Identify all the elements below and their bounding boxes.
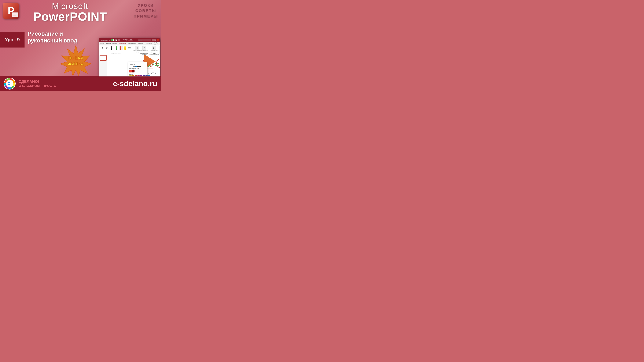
- window-controls: ─ □ ✕: [152, 39, 159, 41]
- pen-green-tool[interactable]: [114, 46, 118, 50]
- to-math-icon: ∑: [142, 46, 146, 50]
- color-pink[interactable]: [137, 75, 140, 76]
- bottom-bar: С! СДЕЛАНО! О СЛОЖНОМ - ПРОСТО! e-sdelan…: [0, 76, 161, 91]
- title-bar-icons: 💾 ↩: [115, 39, 120, 41]
- tab-drawing[interactable]: Рисование: [118, 43, 127, 45]
- cursor-tool[interactable]: [101, 46, 105, 50]
- maximize-icon[interactable]: □: [154, 39, 156, 41]
- ribbon-group-transform: ⬠ Преобразовать в фигуру ∑ Преобразовать…: [133, 46, 148, 54]
- ribbon-group-tools: Средства рисова...: [100, 46, 133, 54]
- playback-icon: ▶: [152, 46, 156, 50]
- ruler-tool[interactable]: [128, 46, 132, 50]
- ppt-icon-paper: [12, 12, 18, 17]
- tab-insert[interactable]: Вставка: [112, 43, 118, 45]
- to-math-btn[interactable]: ∑ Преобразовать в математическое выражен…: [141, 46, 148, 55]
- ribbon-content: Средства рисова... ⬠ Преобразовать в фиг…: [99, 45, 160, 55]
- tab-home[interactable]: Главная: [105, 43, 112, 45]
- medium-line[interactable]: [133, 66, 135, 66]
- color-red[interactable]: [135, 75, 137, 76]
- ppt-icon: P: [3, 3, 19, 19]
- undo-icon[interactable]: ↩: [118, 39, 120, 41]
- lesson-desc: Рисование и рукописный ввод: [28, 30, 104, 44]
- recent-colors-label: Последние цвета: [129, 68, 146, 69]
- bottom-site: e-sdelano.ru: [113, 79, 157, 88]
- tab-transitions[interactable]: Переходы: [137, 43, 145, 45]
- tab-animations[interactable]: Анимация: [145, 43, 153, 45]
- top-right-text: УРОКИ СОВЕТЫ ПРИМЕРЫ: [134, 3, 158, 19]
- svg-point-3: [106, 47, 108, 49]
- thin-line[interactable]: [129, 66, 132, 66]
- color-purple[interactable]: [140, 75, 142, 76]
- to-shape-btn[interactable]: ⬠ Преобразовать в фигуру: [134, 46, 140, 55]
- recent-colors: [129, 70, 146, 72]
- autosave-label: Автосохранение: [100, 39, 110, 41]
- color-orange[interactable]: [132, 75, 134, 76]
- thick-line[interactable]: [137, 66, 139, 67]
- plus-icon: +: [141, 65, 142, 67]
- tab-slideshow[interactable]: Слайд-шоу: [153, 42, 159, 46]
- lesson-desc-line2: рукописный ввод: [28, 37, 77, 44]
- title-area: Microsoft PowerPOINT: [22, 1, 118, 22]
- colors-label: Цвета: [129, 73, 146, 75]
- tools-group-label: Средства рисова...: [111, 52, 121, 54]
- title-powerpoint: PowerPOINT: [22, 11, 118, 22]
- ribbon-tabs: Файл Главная Вставка Рисование Конструкт…: [99, 42, 160, 45]
- svg-marker-0: [60, 45, 92, 76]
- to-shape-icon: ⬠: [135, 46, 139, 50]
- bottom-text: СДЕЛАНО! О СЛОЖНОМ - ПРОСТО!: [18, 79, 110, 88]
- lesson-desc-line1: Рисование и: [28, 30, 63, 37]
- recent-color-1[interactable]: [129, 70, 132, 72]
- lesson-number: Урок 9: [5, 37, 20, 42]
- pen-black-tool[interactable]: [110, 46, 114, 50]
- color-yellow[interactable]: [129, 75, 132, 76]
- colors-grid: [129, 75, 146, 76]
- playback-buttons: ▶ Воспроизведение рукописного ввода: [151, 46, 158, 54]
- lasso-tool[interactable]: [105, 46, 110, 50]
- lesson-desc-text: Рисование и рукописный ввод: [28, 30, 104, 44]
- bottom-simple: О СЛОЖНОМ - ПРОСТО!: [18, 84, 110, 88]
- thicker-line[interactable]: [140, 66, 141, 67]
- slide-thumb-1[interactable]: 1 2x²=50: [100, 55, 106, 60]
- color-indigo[interactable]: [145, 75, 148, 76]
- lesson-bar: Урок 9: [0, 32, 24, 47]
- color-deep-purple[interactable]: [143, 75, 145, 76]
- highlighter-yellow-tool[interactable]: [123, 46, 127, 50]
- recent-color-2[interactable]: [132, 70, 134, 72]
- top-right-line3: ПРИМЕРЫ: [134, 13, 158, 19]
- thickness-label: Толщина: [129, 63, 146, 65]
- color-picker-popup: Толщина + Последние цвета Цвета: [128, 62, 147, 76]
- ribbon-group-playback: ▶ Воспроизведение рукописного ввода Восп…: [149, 46, 160, 54]
- slide-panel: 1 2x²=50 Толщина + Последние цвета: [99, 55, 160, 76]
- tab-file[interactable]: Файл: [100, 43, 105, 45]
- slide-thumbnails: 1 2x²=50: [99, 55, 107, 76]
- svg-text:НОВАЯ: НОВАЯ: [68, 56, 83, 60]
- search-input[interactable]: [138, 39, 151, 41]
- bottom-made: СДЕЛАНО!: [18, 79, 110, 84]
- logo-circle: С!: [4, 78, 16, 89]
- tab-review[interactable]: Рецензирование: [159, 43, 160, 45]
- slide-main[interactable]: Толщина + Последние цвета Цвета: [107, 55, 160, 76]
- minimize-icon[interactable]: ─: [152, 39, 154, 41]
- burst-shape: НОВАЯ ФИШКА: [60, 44, 92, 76]
- app-window: Автосохранение 💾 ↩ Презентация1 - PowerP…: [99, 38, 160, 76]
- tool-buttons: [101, 46, 132, 50]
- transform-buttons: ⬠ Преобразовать в фигуру ∑ Преобразовать…: [134, 46, 148, 55]
- thick-dot-selected[interactable]: [135, 66, 137, 67]
- close-icon[interactable]: ✕: [157, 39, 159, 41]
- save-icon[interactable]: 💾: [115, 39, 117, 41]
- logo-letter: С!: [6, 80, 14, 87]
- ribbon-group-close: ✕ Прекратить рукописный ввод Закрытие: [160, 46, 160, 54]
- title-bar: Автосохранение 💾 ↩ Презентация1 - PowerP…: [99, 38, 160, 42]
- pen-red-tool[interactable]: [118, 46, 123, 50]
- thickness-options: +: [129, 65, 146, 67]
- top-right-line2: СОВЕТЫ: [134, 8, 158, 13]
- title-microsoft: Microsoft: [22, 1, 118, 11]
- svg-text:ФИШКА: ФИШКА: [68, 62, 84, 66]
- logo-inner: С!: [4, 78, 15, 89]
- color-blue[interactable]: [148, 75, 150, 76]
- playback-ink-btn[interactable]: ▶ Воспроизведение рукописного ввода: [151, 46, 158, 54]
- top-right-line1: УРОКИ: [134, 3, 158, 8]
- window-title: Презентация1 - PowerPoint: [120, 38, 137, 42]
- autosave-toggle[interactable]: [111, 39, 114, 41]
- tab-design[interactable]: Конструктор: [127, 43, 136, 45]
